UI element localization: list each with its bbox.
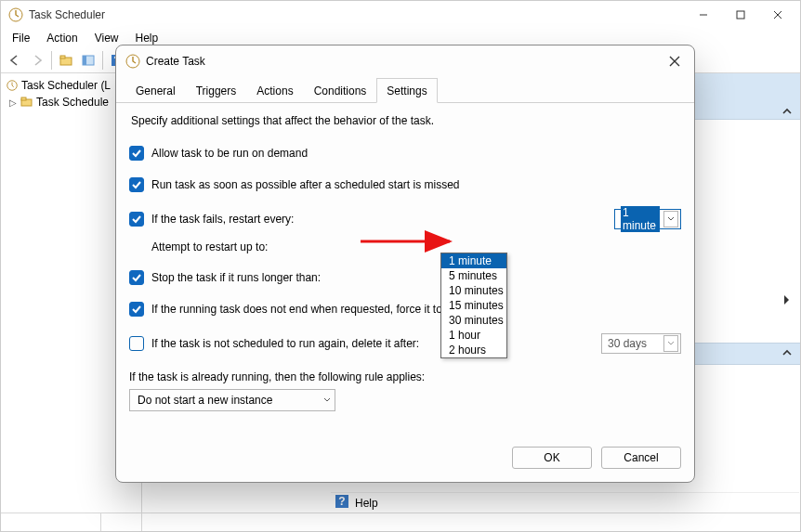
folder-icon[interactable]: [56, 50, 76, 71]
clock-icon: [8, 7, 23, 22]
window-title: Task Scheduler: [29, 8, 685, 21]
close-button[interactable]: [661, 50, 689, 72]
folder-icon: [20, 95, 34, 110]
window-controls: [685, 3, 796, 27]
toolbar-separator: [51, 51, 52, 70]
tab-triggers[interactable]: Triggers: [186, 78, 247, 103]
dropdown-option[interactable]: 5 minutes: [441, 268, 506, 283]
checkbox-allow-demand[interactable]: [129, 146, 144, 161]
option-stop-longer: Stop the task if it runs longer than:: [129, 270, 681, 285]
label-delete-after: If the task is not scheduled to run agai…: [151, 337, 419, 350]
tab-conditions[interactable]: Conditions: [304, 78, 377, 103]
checkbox-force-stop[interactable]: [129, 302, 144, 317]
label-force-stop: If the running task does not end when re…: [151, 303, 454, 316]
tree-root-label: Task Scheduler (L: [21, 79, 111, 92]
menu-file[interactable]: File: [5, 30, 37, 46]
label-stop-longer: Stop the task if it runs longer than:: [151, 271, 321, 284]
dialog-titlebar: Create Task: [116, 45, 694, 77]
chevron-up-icon[interactable]: [781, 106, 793, 120]
settings-description: Specify additional settings that affect …: [131, 114, 681, 127]
label-restart-every: If the task fails, restart every:: [151, 213, 294, 226]
svg-text:?: ?: [338, 495, 345, 508]
forward-button[interactable]: [27, 50, 47, 71]
restart-interval-select[interactable]: 1 minute: [614, 209, 681, 229]
option-run-asap: Run task as soon as possible after a sch…: [129, 177, 681, 192]
titlebar: Task Scheduler: [1, 1, 800, 29]
delete-after-select[interactable]: 30 days: [601, 333, 681, 354]
settings-panel: Specify additional settings that affect …: [116, 103, 694, 437]
create-task-dialog: Create Task General Triggers Actions Con…: [115, 45, 695, 483]
dropdown-option[interactable]: 1 hour: [441, 328, 506, 343]
maximize-button[interactable]: [722, 3, 759, 27]
chevron-right-icon[interactable]: ▷: [8, 97, 18, 108]
close-button[interactable]: [759, 3, 796, 27]
help-icon: ?: [335, 494, 349, 512]
tree-child-label: Task Schedule: [36, 96, 109, 109]
svg-rect-10: [21, 97, 26, 100]
panel-icon[interactable]: [78, 50, 98, 71]
dropdown-option[interactable]: 15 minutes: [441, 298, 506, 313]
minimize-button[interactable]: [685, 3, 722, 27]
dropdown-option[interactable]: 2 hours: [441, 343, 506, 357]
restart-interval-value: 1 minute: [621, 206, 660, 232]
chevron-right-icon[interactable]: [781, 294, 793, 308]
option-attempt-upto: Attempt to restart up to:: [129, 240, 681, 253]
option-force-stop: If the running task does not end when re…: [129, 302, 681, 317]
svg-rect-5: [83, 56, 86, 65]
help-label[interactable]: Help: [355, 497, 378, 510]
menu-action[interactable]: Action: [39, 30, 85, 46]
cancel-button[interactable]: Cancel: [601, 447, 681, 469]
toolbar-separator: [102, 51, 103, 70]
dropdown-option[interactable]: 10 minutes: [441, 283, 506, 298]
label-allow-demand: Allow task to be run on demand: [151, 147, 308, 160]
label-already-running: If the task is already running, then the…: [129, 370, 681, 383]
clock-icon: [125, 54, 140, 69]
label-attempt-upto: Attempt to restart up to:: [151, 240, 268, 253]
checkbox-restart-every[interactable]: [129, 212, 144, 227]
delete-after-value: 30 days: [608, 337, 660, 350]
option-delete-after: If the task is not scheduled to run agai…: [129, 333, 681, 354]
dialog-buttons: OK Cancel: [116, 437, 694, 482]
rule-select[interactable]: Do not start a new instance: [129, 389, 335, 411]
svg-rect-1: [737, 11, 744, 19]
svg-rect-3: [60, 56, 65, 58]
restart-interval-dropdown[interactable]: 1 minute 5 minutes 10 minutes 15 minutes…: [440, 253, 507, 358]
rule-value: Do not start a new instance: [138, 394, 272, 407]
chevron-down-icon[interactable]: [663, 211, 678, 227]
back-button[interactable]: [5, 50, 25, 71]
tab-general[interactable]: General: [125, 78, 186, 103]
dialog-title: Create Task: [146, 55, 661, 68]
checkbox-run-asap[interactable]: [129, 177, 144, 192]
chevron-down-icon[interactable]: [663, 335, 678, 352]
tab-settings[interactable]: Settings: [376, 78, 437, 103]
dropdown-option[interactable]: 30 minutes: [441, 313, 506, 328]
checkbox-delete-after[interactable]: [129, 336, 144, 351]
dropdown-option[interactable]: 1 minute: [441, 253, 506, 268]
option-restart-every: If the task fails, restart every: 1 minu…: [129, 209, 681, 229]
help-bar: ? Help: [331, 492, 799, 513]
tab-actions[interactable]: Actions: [246, 78, 303, 103]
checkbox-stop-longer[interactable]: [129, 270, 144, 285]
option-allow-demand: Allow task to be run on demand: [129, 146, 681, 161]
clock-icon: [5, 78, 20, 93]
chevron-up-icon[interactable]: [781, 347, 793, 361]
label-run-asap: Run task as soon as possible after a sch…: [151, 178, 460, 191]
dialog-tabs: General Triggers Actions Conditions Sett…: [116, 77, 694, 103]
statusbar: [1, 513, 800, 531]
ok-button[interactable]: OK: [512, 447, 592, 469]
chevron-down-icon[interactable]: [323, 394, 331, 407]
